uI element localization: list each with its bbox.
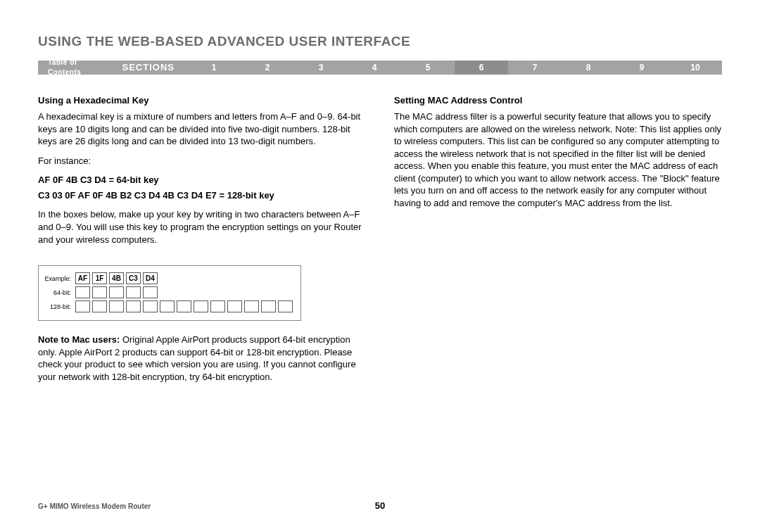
key-box-example: D4: [143, 272, 158, 284]
row-label-64: 64-bit:: [44, 289, 75, 297]
nav-section-1[interactable]: 1: [187, 61, 241, 75]
nav-section-8[interactable]: 8: [562, 61, 615, 75]
key-box-64[interactable]: [75, 286, 90, 298]
key-box-64[interactable]: [126, 286, 141, 298]
example-64bit-key: AF 0F 4B C3 D4 = 64-bit key: [38, 174, 366, 186]
key-box-example: C3: [126, 272, 141, 284]
row-128bit: 128-bit:: [44, 300, 295, 312]
key-box-128[interactable]: [160, 300, 175, 312]
key-box-example: 4B: [109, 272, 124, 284]
key-box-64[interactable]: [92, 286, 107, 298]
mac-users-note: Note to Mac users: Original Apple AirPor…: [38, 334, 366, 383]
key-box-128[interactable]: [227, 300, 242, 312]
key-box-128[interactable]: [210, 300, 225, 312]
key-box-128[interactable]: [92, 300, 107, 312]
nav-section-2[interactable]: 2: [241, 61, 294, 75]
section-nav: Table of Contents SECTIONS 12345678910: [38, 61, 722, 75]
row-label-128: 128-bit:: [44, 303, 75, 311]
key-entry-table: Example: AF1F4BC3D4 64-bit: 128-bit:: [38, 265, 301, 321]
row-64bit: 64-bit:: [44, 286, 295, 298]
nav-section-4[interactable]: 4: [348, 61, 401, 75]
nav-section-7[interactable]: 7: [508, 61, 562, 75]
mac-control-body: The MAC address filter is a powerful sec…: [394, 110, 722, 209]
nav-sections-label: SECTIONS: [110, 61, 187, 75]
for-instance-label: For instance:: [38, 155, 366, 167]
hex-key-intro: A hexadecimal key is a mixture of number…: [38, 110, 366, 148]
key-box-128[interactable]: [278, 300, 293, 312]
key-box-128[interactable]: [177, 300, 191, 312]
key-box-128[interactable]: [261, 300, 276, 312]
example-row: Example: AF1F4BC3D4: [44, 272, 295, 284]
nav-section-6[interactable]: 6: [455, 61, 508, 75]
example-128bit-key: C3 03 0F AF 0F 4B B2 C3 D4 4B C3 D4 E7 =…: [38, 189, 366, 202]
key-box-128[interactable]: [143, 300, 158, 312]
note-label: Note to Mac users:: [38, 334, 120, 345]
mac-control-heading: Setting MAC Address Control: [394, 94, 722, 107]
nav-section-5[interactable]: 5: [401, 61, 455, 75]
hex-key-instructions: In the boxes below, make up your key by …: [38, 208, 366, 246]
product-name: G+ MIMO Wireless Modem Router: [38, 502, 151, 512]
nav-section-9[interactable]: 9: [615, 61, 669, 75]
left-column: Using a Hexadecimal Key A hexadecimal ke…: [38, 94, 366, 391]
nav-toc-link[interactable]: Table of Contents: [38, 61, 110, 75]
hex-key-heading: Using a Hexadecimal Key: [38, 94, 366, 107]
key-box-128[interactable]: [244, 300, 259, 312]
page-title: USING THE WEB-BASED ADVANCED USER INTERF…: [38, 32, 722, 51]
key-box-64[interactable]: [109, 286, 124, 298]
right-column: Setting MAC Address Control The MAC addr…: [394, 94, 722, 391]
key-box-64[interactable]: [143, 286, 158, 298]
page-footer: G+ MIMO Wireless Modem Router 50: [38, 502, 722, 512]
key-box-128[interactable]: [126, 300, 141, 312]
key-box-128[interactable]: [194, 300, 208, 312]
key-box-128[interactable]: [109, 300, 124, 312]
nav-section-3[interactable]: 3: [294, 61, 348, 75]
key-box-128[interactable]: [75, 300, 90, 312]
nav-section-10[interactable]: 10: [669, 61, 722, 75]
key-box-example: AF: [75, 272, 90, 284]
page-number: 50: [375, 500, 385, 512]
row-label-example: Example:: [44, 274, 75, 283]
key-box-example: 1F: [92, 272, 107, 284]
